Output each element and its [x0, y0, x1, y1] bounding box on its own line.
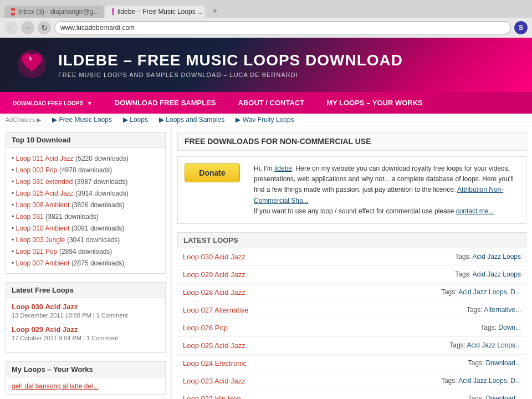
tag-alternative[interactable]: Alternative...	[484, 306, 521, 314]
main-nav: DOWNLOAD FREE LOOPS ▼ DOWNLOAD FREE SAMP…	[0, 92, 532, 114]
table-row: Loop 023 Acid Jazz Tags: Acid Jazz Loops…	[177, 372, 526, 390]
tag-acid-jazz-4[interactable]: Acid Jazz Loops...	[467, 341, 521, 349]
tab-gmail-label: Inbox (3) - diajahangir@g...	[18, 8, 99, 16]
loop-025-main-link[interactable]: Loop 025 Acid Jazz	[183, 341, 245, 350]
reload-button[interactable]: ↻	[38, 21, 51, 34]
loop-008-link[interactable]: Loop 008 Ambient	[16, 201, 70, 209]
new-tab-button[interactable]: +	[208, 4, 222, 18]
loop-011-link[interactable]: Loop 011 Acid Jazz	[16, 155, 74, 162]
table-row: Loop 027 Alternative Tags: Alternative..…	[177, 301, 526, 319]
loop-026-main-link[interactable]: Loop 026 Pop	[183, 324, 228, 332]
adbar-link-2[interactable]: ▶ Loops	[123, 116, 148, 124]
address-bar[interactable]: www.lucadebernardi.com	[54, 21, 511, 34]
adbar-link-1[interactable]: ▶ Free Music Loops	[52, 116, 112, 124]
loop-007-link[interactable]: Loop 007 Ambient	[16, 259, 70, 267]
loop-003-pop-link[interactable]: Loop 003 Pop	[16, 166, 58, 174]
tab-gmail[interactable]: M Inbox (3) - diajahangir@g... ✕	[4, 6, 104, 18]
loop-031-ext-link[interactable]: Loop 031 extended	[16, 178, 73, 186]
tag-acid-jazz-5[interactable]: Acid Jazz Loops, D...	[458, 377, 521, 385]
list-item: • Loop 031 extended (3987 downloads)	[12, 176, 160, 187]
ad-bar: AdChoices ▶ ▶ Free Music Loops ▶ Loops ▶…	[0, 114, 532, 126]
loop-003-jungle-link[interactable]: Loop 003 Jungle	[16, 236, 65, 244]
tab-close-gmail[interactable]: ✕	[103, 8, 104, 16]
latest-loops-content: Loop 030 Acid Jazz 13 December 2011 10:0…	[6, 298, 165, 352]
table-row: Loop 029 Acid Jazz Tags: Acid Jazz Loops	[177, 265, 526, 283]
loop-029-main-link[interactable]: Loop 029 Acid Jazz	[183, 270, 245, 279]
loop-031-link[interactable]: Loop 031	[16, 213, 44, 221]
list-item: • Loop 007 Ambient (2875 downloads)	[12, 257, 160, 269]
loops-table: Loop 030 Acid Jazz Tags: Acid Jazz Loops…	[177, 248, 526, 399]
top10-section: Top 10 Download • Loop 011 Acid Jazz (52…	[6, 132, 166, 274]
nav-download-samples[interactable]: DOWNLOAD FREE SAMPLES	[104, 92, 227, 114]
logo-container	[17, 49, 47, 81]
table-row: Loop 022 Hip Hop Tags: Download...	[177, 390, 526, 399]
list-item: • Loop 008 Ambient (3826 downloads)	[12, 199, 160, 211]
adbar-link-3[interactable]: ▶ Loops and Samples	[159, 116, 224, 124]
loop-030-main-link[interactable]: Loop 030 Acid Jazz	[183, 253, 245, 261]
adbar-link-4[interactable]: ▶ Wav Fruity Loops	[236, 116, 294, 124]
latest-loop-2-link[interactable]: Loop 029 Acid Jazz	[12, 325, 160, 334]
header-text: ILDEBE – FREE MUSIC LOOPS DOWNLOAD FREE …	[58, 52, 403, 78]
donate-button[interactable]: Donate	[185, 163, 240, 182]
list-item: • Loop 011 Acid Jazz (5220 downloads)	[12, 152, 160, 164]
site-name-link[interactable]: ildebe	[274, 165, 292, 172]
my-loops-section: My Loops – Your Works geh dal bansong al…	[6, 361, 166, 395]
tag-download[interactable]: Download...	[486, 359, 521, 367]
gmail-favicon: M	[11, 8, 15, 16]
logo-icon	[17, 49, 47, 79]
site-title: ILDEBE – FREE MUSIC LOOPS DOWNLOAD	[58, 52, 403, 69]
table-row: Loop 024 Electronic Tags: Download...	[177, 354, 526, 372]
tab-ildebe-label: ildebe – Free Music Loops ...	[117, 8, 203, 16]
back-button[interactable]: ←	[4, 21, 18, 34]
latest-loops-title: Latest Free Loops	[6, 283, 165, 298]
contact-link[interactable]: contact me...	[456, 207, 494, 215]
ad-choices: AdChoices ▶	[6, 116, 41, 124]
loop-010-link[interactable]: Loop 010 Ambient	[16, 224, 70, 232]
tag-acid-jazz-2[interactable]: Acid Jazz Loops	[473, 270, 521, 278]
my-loops-content: geh dal bansong al latte del...	[6, 377, 165, 394]
nav-my-loops[interactable]: MY LOOPS – YOUR WORKS	[315, 92, 434, 114]
search-button[interactable]: S	[514, 21, 528, 34]
latest-loop-1-link[interactable]: Loop 030 Acid Jazz	[12, 303, 160, 311]
welcome-prefix: Hi, I'm	[254, 165, 274, 172]
loop-028-main-link[interactable]: Loop 028 Acid Jazz	[183, 288, 245, 296]
nav-download-loops[interactable]: DOWNLOAD FREE LOOPS ▼	[0, 92, 104, 114]
tag-acid-jazz-3[interactable]: Acid Jazz Loops, D...	[458, 288, 521, 296]
list-item: • Loop 021 Pop (2894 downloads)	[12, 245, 160, 257]
browser-addressbar: ← → ↻ www.lucadebernardi.com S	[0, 18, 532, 38]
list-item: • Loop 003 Jungle (3041 downloads)	[12, 234, 160, 245]
browser-chrome: M Inbox (3) - diajahangir@g... ✕ ♪ ildeb…	[0, 0, 532, 38]
latest-loop-2: Loop 029 Acid Jazz 17 October 2011 9:04 …	[12, 325, 160, 341]
tab-ildebe[interactable]: ♪ ildebe – Free Music Loops ... ✕	[105, 6, 205, 18]
nav-about[interactable]: ABOUT / CONTACT	[227, 92, 316, 114]
latest-loops-section: Latest Free Loops Loop 030 Acid Jazz 13 …	[6, 282, 166, 353]
list-item: • Loop 025 Acid Jazz (3914 downloads)	[12, 187, 160, 199]
forward-button[interactable]: →	[21, 21, 34, 34]
table-row: Loop 026 Pop Tags: Down...	[177, 319, 526, 336]
free-downloads-header: FREE DOWNLOADS FOR NON-COMMERCIAL USE	[177, 132, 526, 151]
loop-023-main-link[interactable]: Loop 023 Acid Jazz	[183, 377, 245, 385]
tag-acid-jazz-1[interactable]: Acid Jazz Loops	[473, 253, 521, 260]
top10-content: • Loop 011 Acid Jazz (5220 downloads) • …	[6, 148, 165, 273]
my-loops-link[interactable]: geh dal bansong al latte del...	[12, 382, 99, 390]
latest-loop-2-meta: 17 October 2011 9:04 PM | 1 Comment	[12, 335, 160, 341]
main-content: FREE DOWNLOADS FOR NON-COMMERCIAL USE Do…	[172, 126, 532, 399]
top10-list: • Loop 011 Acid Jazz (5220 downloads) • …	[12, 152, 160, 269]
welcome-text: Hi, I'm ildebe. Here on my website you c…	[254, 163, 519, 217]
ildebe-favicon: ♪	[112, 8, 114, 16]
welcome-box: Donate Hi, I'm ildebe. Here on my websit…	[177, 156, 526, 224]
site-subtitle: FREE MUSIC LOOPS AND SAMPLES DOWNLOAD – …	[58, 71, 403, 78]
latest-loop-1-meta: 13 December 2011 10:08 PM | 1 Comment	[12, 312, 160, 319]
loop-024-main-link[interactable]: Loop 024 Electronic	[183, 359, 247, 367]
loop-027-main-link[interactable]: Loop 027 Alternative	[183, 306, 249, 314]
site-header: ILDEBE – FREE MUSIC LOOPS DOWNLOAD FREE …	[0, 38, 532, 92]
list-item: • Loop 031 (3821 downloads)	[12, 211, 160, 222]
loop-021-link[interactable]: Loop 021 Pop	[16, 248, 58, 255]
tag-hiphop[interactable]: Download...	[486, 395, 521, 399]
my-loops-title: My Loops – Your Works	[6, 362, 165, 377]
tag-down[interactable]: Down...	[498, 324, 521, 331]
loop-022-main-link[interactable]: Loop 022 Hip Hop	[183, 395, 241, 399]
latest-loops-main-header: LATEST LOOPS	[177, 232, 526, 248]
sidebar: Top 10 Download • Loop 011 Acid Jazz (52…	[0, 126, 172, 399]
loop-025-link[interactable]: Loop 025 Acid Jazz	[16, 190, 74, 197]
